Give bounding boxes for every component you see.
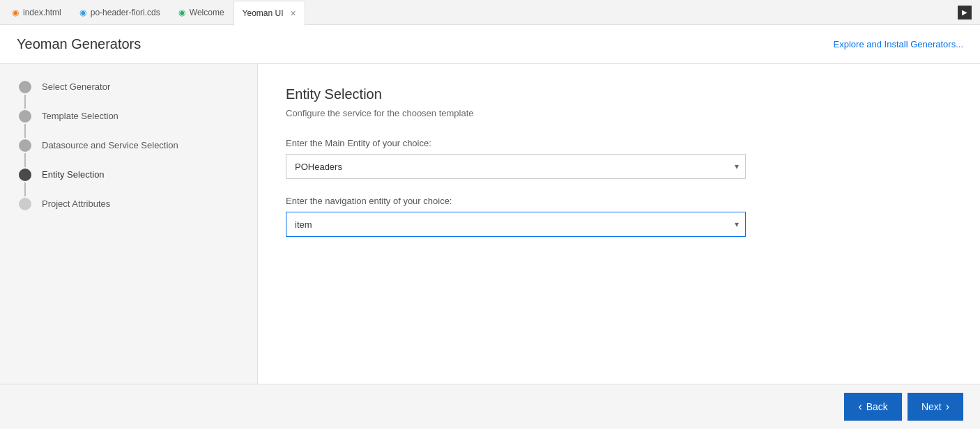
footer: ‹ Back Next › [0,384,980,429]
nav-entity-input[interactable] [286,212,746,237]
step-entity-selection: Entity Selection [17,169,240,198]
step-project-attributes-label: Project Attributes [33,198,110,221]
tab-index[interactable]: ◉ index.html [3,0,70,25]
next-button[interactable]: Next › [908,393,963,421]
step-template-selection-line [24,124,26,138]
next-label: Next [921,401,942,412]
step-datasource-selection-circle [19,139,31,152]
explore-link[interactable]: Explore and Install Generators... [834,39,963,49]
tab-bar-right: ▶ [958,6,977,20]
nav-entity-wrapper: ▾ [286,212,746,237]
main-entity-select[interactable]: POHeaders [286,154,746,179]
main-entity-wrapper: POHeaders ▾ [286,154,746,179]
step-datasource-selection-line [24,153,26,167]
step-project-attributes-left [17,198,33,210]
step-select-generator-label: Select Generator [33,81,110,104]
tab-po-header-label: po-header-fiori.cds [91,8,160,17]
tab-bar: ◉ index.html ◉ po-header-fiori.cds ◉ Wel… [0,0,980,25]
tab-yeoman[interactable]: Yeoman UI × [233,1,305,26]
main-entity-label: Enter the Main Entity of your choice: [286,138,952,148]
step-entity-selection-left [17,169,33,198]
form-title: Entity Selection [286,86,952,102]
step-template-selection-circle [19,110,31,123]
terminal-icon[interactable]: ▶ [958,6,972,20]
main-layout: Yeoman Generators Explore and Install Ge… [0,25,980,429]
step-project-attributes: Project Attributes [17,198,240,221]
welcome-icon: ◉ [178,8,185,17]
nav-entity-field-group: Enter the navigation entity of your choi… [286,196,952,237]
step-template-selection-label: Template Selection [33,110,118,134]
step-entity-selection-line [24,182,26,196]
step-entity-selection-circle [19,169,31,181]
main-entity-field-group: Enter the Main Entity of your choice: PO… [286,138,952,179]
step-select-generator: Select Generator [17,81,240,110]
nav-entity-label: Enter the navigation entity of your choi… [286,196,952,206]
html-icon: ◉ [12,8,19,17]
yeoman-tab-label: Yeoman UI [243,8,284,18]
sidebar: Select Generator Template Selection [0,64,258,384]
stepper: Select Generator Template Selection [0,81,257,221]
content-area: Select Generator Template Selection [0,64,980,384]
back-chevron-icon: ‹ [858,401,862,412]
form-subtitle: Configure the service for the choosen te… [286,108,952,118]
tab-yeoman-close[interactable]: × [291,8,296,18]
page-header: Yeoman Generators Explore and Install Ge… [0,25,980,64]
main-content: Entity Selection Configure the service f… [258,64,980,384]
back-button[interactable]: ‹ Back [844,393,901,421]
next-chevron-icon: › [946,401,949,412]
tab-po-header[interactable]: ◉ po-header-fiori.cds [70,0,169,25]
tab-welcome[interactable]: ◉ Welcome [169,0,233,25]
step-select-generator-left [17,81,33,110]
cds-icon: ◉ [79,8,86,17]
step-select-generator-circle [19,81,31,93]
step-datasource-selection: Datasource and Service Selection [17,139,240,169]
tab-index-label: index.html [23,8,61,17]
step-datasource-selection-label: Datasource and Service Selection [33,139,178,163]
step-project-attributes-circle [19,198,31,210]
step-entity-selection-label: Entity Selection [33,169,105,192]
tab-welcome-label: Welcome [190,8,224,17]
step-template-selection: Template Selection [17,110,240,139]
step-select-generator-line [24,95,26,109]
step-datasource-selection-left [17,139,33,169]
page-title: Yeoman Generators [17,36,141,52]
back-label: Back [866,401,888,412]
step-template-selection-left [17,110,33,139]
